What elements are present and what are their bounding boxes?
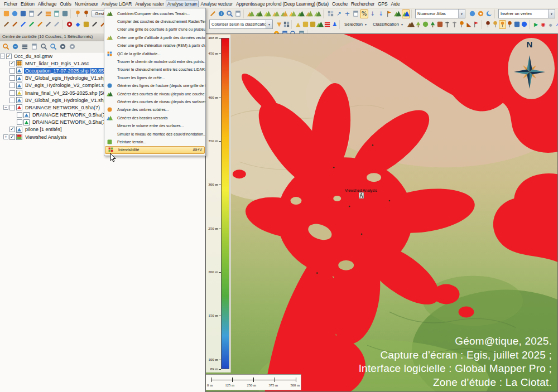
- ground-class-icon[interactable]: [407, 20, 415, 29]
- menu-outils[interactable]: Outils: [58, 1, 73, 7]
- pencil-icon[interactable]: [209, 9, 217, 18]
- menu-item-cr-er-une-grille-d-l-vation-relative-rem[interactable]: Créer une grille d'élévation relative (R…: [104, 42, 205, 50]
- cc-zoom-layer-icon[interactable]: [40, 42, 48, 51]
- low-veg-class-icon[interactable]: [415, 20, 422, 29]
- menu-analyse-raster[interactable]: Analyse raster: [133, 1, 166, 7]
- layer-checkbox[interactable]: [9, 127, 15, 132]
- menu-item-intervisibilit[interactable]: IntervisibilitéAlt+V: [105, 146, 205, 154]
- terrain-shader-2-icon[interactable]: [255, 9, 263, 18]
- layer-checkbox[interactable]: [9, 134, 15, 140]
- layer-checkbox[interactable]: [9, 68, 15, 74]
- night-mode-icon[interactable]: [485, 9, 493, 18]
- menu-edition[interactable]: Edition: [19, 1, 36, 7]
- filter-icon[interactable]: ▼: [276, 20, 283, 29]
- pole-class-icon[interactable]: [451, 20, 458, 29]
- menu-fichier[interactable]: Fichier: [2, 1, 19, 7]
- person-icon[interactable]: ♟: [331, 20, 338, 29]
- target-icon[interactable]: [65, 20, 74, 29]
- expander-minus-icon[interactable]: −: [0, 54, 5, 59]
- layer-checkbox[interactable]: [17, 112, 22, 118]
- grid-view-icon[interactable]: [326, 9, 335, 18]
- save-icon[interactable]: [19, 9, 27, 18]
- zoom-in-icon[interactable]: +: [343, 9, 352, 18]
- ruler-icon[interactable]: [82, 20, 90, 29]
- digitizer-pencil-2-icon[interactable]: [11, 20, 19, 29]
- expander-plus-icon[interactable]: +: [3, 134, 8, 139]
- speaker-icon[interactable]: [513, 20, 521, 29]
- tools-icon[interactable]: [36, 9, 44, 18]
- cc-copy-icon[interactable]: [30, 42, 39, 51]
- print-icon[interactable]: [61, 9, 69, 18]
- menu-item-compter-des-couches-de-chevauchement-ras[interactable]: Compter des couches de chevauchement Ras…: [104, 17, 205, 25]
- slope-class-icon[interactable]: ◣: [465, 20, 473, 29]
- chevron-down-icon[interactable]: ▼: [266, 20, 272, 28]
- layer-checkbox[interactable]: [9, 75, 15, 81]
- menu-apprentissage-profond-deep-learning-beta[interactable]: Apprentissage profond (Deep Learning) (B…: [234, 1, 330, 7]
- menu-item-g-n-rer-des-bassins-versants[interactable]: Générer des bassins versants: [104, 114, 205, 122]
- menu-analyse-terrain[interactable]: Analyse terrain: [166, 1, 199, 7]
- menu-gps[interactable]: GPS: [376, 1, 389, 7]
- menu-rechercher[interactable]: Rechercher: [349, 1, 376, 7]
- menu-item-g-n-rer-des-courbes-de-niveau-depuis-des[interactable]: Générer des courbes de niveau (depuis de…: [104, 98, 205, 105]
- chevron-down-icon[interactable]: ▼: [548, 9, 555, 18]
- record-icon[interactable]: ◉: [540, 20, 547, 29]
- terrain-paint-icon[interactable]: [106, 138, 113, 145]
- layer-checkbox[interactable]: [17, 119, 22, 125]
- plug-run-icon[interactable]: [82, 9, 90, 18]
- vertex-mode-combo[interactable]: Insérer un vertex▼: [498, 9, 555, 18]
- trace-icon[interactable]: [90, 20, 99, 29]
- pin-dark-icon[interactable]: [484, 20, 492, 29]
- page-icon[interactable]: [234, 9, 242, 18]
- menu-item-analyse-des-ombres-solaires[interactable]: Analyse des ombres solaires...: [104, 106, 205, 114]
- contours-icon[interactable]: [106, 90, 113, 97]
- atlas-shader-icon[interactable]: [402, 9, 410, 18]
- zoom-last-icon[interactable]: ↓: [377, 9, 385, 18]
- high-veg-class-icon[interactable]: [429, 20, 436, 29]
- qc-grid-icon[interactable]: [106, 50, 113, 57]
- share-icon[interactable]: ↗: [554, 20, 558, 29]
- menu-item-trouver-le-chevauchement-entre-les-couch[interactable]: Trouver le chevauchement entre les couch…: [104, 66, 205, 74]
- menu-couche[interactable]: Couche: [330, 1, 349, 7]
- cc-list-icon[interactable]: [21, 42, 29, 51]
- watershed-icon[interactable]: [106, 114, 113, 121]
- pin-drop-icon[interactable]: [506, 20, 513, 29]
- layer-checkbox[interactable]: [9, 98, 15, 103]
- tower-class-icon[interactable]: [444, 20, 451, 29]
- percent-zoom-icon[interactable]: %: [360, 9, 368, 18]
- open-folder-icon[interactable]: [2, 9, 11, 18]
- plug-icon[interactable]: [74, 9, 82, 18]
- cc-hide-icon[interactable]: [68, 42, 76, 51]
- menu-num-riseur[interactable]: Numériseur: [73, 1, 100, 7]
- menu-analyse-lidar[interactable]: Analyse LiDAR: [100, 1, 134, 7]
- digitizer-pencil-4-icon[interactable]: [27, 20, 36, 29]
- viewshed-tool-icon[interactable]: [107, 147, 114, 153]
- globe-pin-icon[interactable]: [521, 20, 528, 29]
- terrain-class-icon[interactable]: [316, 20, 324, 29]
- menu-affichage[interactable]: Affichage: [36, 1, 59, 7]
- terrain-shader-9-icon[interactable]: [314, 9, 322, 18]
- full-view-icon[interactable]: [352, 9, 360, 18]
- flag-class-icon[interactable]: [473, 20, 480, 29]
- terrain-shader-3-icon[interactable]: [263, 9, 272, 18]
- menu-item-cr-er-une-grille-de-courbure-partir-d-un[interactable]: Créer une grille de courbure à partir d'…: [104, 26, 205, 33]
- shader-combo[interactable]: Nuanceur Atlas▼: [415, 9, 465, 18]
- menu-item-simuler-le-niveau-de-mont-e-des-eaux-d-i[interactable]: Simuler le niveau de montée des eaux/d'i…: [104, 130, 205, 138]
- globe-icon[interactable]: [11, 9, 19, 18]
- cc-zoom-icon[interactable]: [2, 42, 10, 51]
- terrain-shader-1-icon[interactable]: [247, 9, 255, 18]
- pin-active-icon[interactable]: [499, 20, 506, 29]
- menu-aide[interactable]: Aide: [389, 1, 401, 7]
- warning-icon[interactable]: ▲: [295, 20, 302, 29]
- menu-item-cr-er-une-grille-d-altitude-partir-des-d[interactable]: Créer une grille d'altitude à partir des…: [104, 33, 205, 41]
- menu-item-trouver-le-chemin-de-moindre-co-t-entre-[interactable]: Trouver le chemin de moindre coût entre …: [104, 57, 205, 65]
- play-icon[interactable]: ▶: [532, 20, 540, 29]
- protractor-icon[interactable]: ◆: [74, 20, 82, 29]
- elevation-grid-icon[interactable]: [106, 34, 113, 41]
- digitizer-pencil-5-icon[interactable]: [36, 20, 44, 29]
- layer-checkbox[interactable]: [9, 105, 15, 110]
- pin-light-icon[interactable]: [492, 20, 499, 29]
- layer-checkbox[interactable]: [9, 90, 15, 96]
- pan-arrow-icon[interactable]: ↗: [335, 9, 343, 18]
- menu-item-qc-de-la-grille-d-altitude[interactable]: QC de la grille d'altitude...: [104, 50, 205, 57]
- digitizer-pencil-1-icon[interactable]: [2, 20, 11, 29]
